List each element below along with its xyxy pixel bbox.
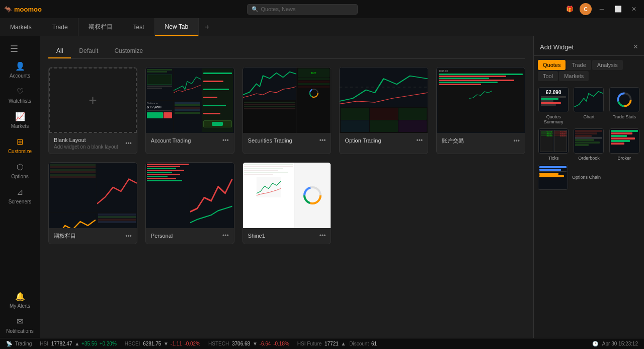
widget-tab-markets[interactable]: Markets [559, 71, 589, 81]
widget-item-trade-stats[interactable]: Trade Stats [609, 87, 640, 124]
tab-test[interactable]: Test [123, 18, 155, 36]
layout-card-account-trading[interactable]: Balance $12,450 [145, 67, 234, 154]
widget-item-quotes-summary[interactable]: 62.090 Quotes Summary [538, 87, 569, 124]
plus-icon: + [89, 92, 97, 108]
minimize-icon[interactable]: ─ [596, 3, 608, 15]
widget-item-broker[interactable]: Broker [609, 128, 640, 161]
widget-panel: Add Widget × Quotes Trade Analysis Tool … [533, 36, 644, 338]
card-title-shine1: Shine1 [248, 233, 265, 239]
sidebar-item-accounts[interactable]: 👤 Accounts [0, 57, 40, 83]
card-title-securities-trading: Securities Trading [248, 137, 292, 144]
watchlist-preview [49, 163, 137, 228]
layout-card-blank[interactable]: + Blank Layout Add widget on a blank lay… [48, 67, 137, 154]
widget-label-orderbook: Orderbook [578, 156, 600, 161]
trading-icon: 📡 [6, 341, 12, 346]
card-more-personal[interactable]: ••• [222, 232, 229, 239]
widget-tab-analysis[interactable]: Analysis [592, 60, 623, 70]
tab-new-tab[interactable]: New Tab [155, 18, 199, 36]
top-bar-left: 🦘 moomoo [4, 6, 42, 13]
blank-preview-inner: + [49, 67, 137, 133]
sidebar-menu-toggle[interactable]: ☰ [0, 40, 40, 57]
widget-tab-quotes[interactable]: Quotes [538, 60, 566, 70]
sub-tab-all[interactable]: All [48, 44, 71, 58]
layout-grid: + Blank Layout Add widget on a blank lay… [48, 67, 525, 244]
hsi-future-arrow-icon: ▲ [341, 341, 346, 346]
card-title-option-trading: Option Trading [345, 137, 381, 144]
widget-preview-quotes-summary: 62.090 [538, 87, 569, 112]
notifications-icon: ✉ [17, 317, 23, 326]
layout-card-shine1[interactable]: Shine1 ••• [243, 162, 332, 244]
svg-rect-7 [97, 163, 137, 212]
widget-label-trade-stats: Trade Stats [613, 114, 636, 119]
widget-tab-tool[interactable]: Tool [538, 71, 558, 81]
sidebar-label-notifications: Notifications [6, 328, 33, 334]
tab-watchlist[interactable]: 期权栏目 [78, 18, 123, 36]
card-more-securities-trading[interactable]: ••• [319, 137, 326, 144]
search-bar[interactable]: 🔍 Quotes, News [247, 4, 358, 15]
option-trading-preview [340, 67, 428, 133]
sidebar-label-alerts: My Alerts [10, 303, 30, 309]
screeners-icon: ⊿ [17, 187, 23, 197]
sidebar-label-options: Options [11, 174, 28, 179]
logo-icon: 🦘 [4, 6, 12, 13]
sub-tab-default[interactable]: Default [71, 44, 106, 58]
restore-icon[interactable]: ⬜ [612, 3, 624, 15]
svg-rect-8 [50, 214, 96, 228]
widget-panel-close-button[interactable]: × [633, 42, 638, 51]
account-trading-mock: Balance $12,450 [146, 67, 234, 133]
card-more-watchlist[interactable]: ••• [125, 233, 132, 240]
card-more-account-trading[interactable]: ••• [222, 137, 229, 144]
close-icon[interactable]: ✕ [628, 3, 640, 15]
sidebar-item-markets[interactable]: 📈 Markets [0, 108, 40, 133]
layout-card-account-exchange[interactable]: 1018.00 [436, 67, 525, 154]
shine1-preview [243, 163, 331, 228]
widget-item-orderbook[interactable]: Orderbook [573, 128, 604, 161]
widget-preview-orderbook [574, 128, 604, 154]
hscei-group: HSCEI 6281.75 ▼ -1.11 -0.02% [125, 341, 200, 346]
customize-icon: ⊞ [17, 137, 23, 147]
sub-tabs: All Default Customize [48, 44, 525, 59]
card-more-account-exchange[interactable]: ••• [513, 137, 520, 145]
sidebar-item-alerts[interactable]: 🔔 My Alerts [0, 288, 40, 313]
sidebar-item-notifications[interactable]: ✉ Notifications [0, 313, 40, 338]
content-area: All Default Customize + Blank Layout [40, 36, 644, 338]
card-more-shine1[interactable]: ••• [319, 232, 326, 239]
tab-trade[interactable]: Trade [42, 18, 78, 36]
logo: 🦘 moomoo [4, 6, 42, 13]
widget-panel-header: Add Widget × [534, 36, 644, 56]
widget-grid: 62.090 Quotes Summary [534, 81, 644, 196]
hsi-group: HSI 17782.47 ▲ +35.56 +0.20% [40, 341, 117, 346]
sidebar-item-screeners[interactable]: ⊿ Screeners [0, 183, 40, 208]
gift-icon[interactable]: 🎁 [564, 3, 576, 15]
widget-preview-trade-stats [609, 87, 639, 112]
layout-card-watchlist[interactable]: 期权栏目 ••• [48, 162, 137, 244]
svg-rect-9 [190, 163, 234, 228]
card-more-option-trading[interactable]: ••• [417, 137, 423, 144]
layout-card-personal[interactable]: Personal ••• [145, 162, 234, 244]
layout-card-securities-trading[interactable]: BUY [243, 67, 332, 154]
widget-item-chart[interactable]: Chart [573, 87, 604, 124]
card-footer-shine1: Shine1 ••• [243, 228, 331, 243]
add-tab-button[interactable]: + [199, 18, 215, 36]
search-placeholder: Quotes, News [261, 6, 295, 12]
avatar[interactable]: C [580, 3, 592, 15]
card-more-blank[interactable]: ••• [125, 140, 132, 147]
layout-card-option-trading[interactable]: Option Trading ••• [339, 67, 428, 154]
sidebar-item-customize[interactable]: ⊞ Customize [0, 133, 40, 158]
widget-tab-trade[interactable]: Trade [567, 60, 591, 70]
sidebar-label-markets: Markets [11, 123, 29, 129]
sidebar-item-options[interactable]: ⬡ Options [0, 158, 40, 183]
top-bar-center: 🔍 Quotes, News [42, 4, 564, 15]
logo-text: moomoo [14, 6, 42, 13]
widget-panel-title: Add Widget [540, 43, 574, 51]
tab-markets[interactable]: Markets [0, 18, 42, 36]
widget-item-options-chain[interactable]: Options Chain [538, 165, 640, 190]
card-footer-option-trading: Option Trading ••• [340, 133, 428, 148]
card-title-personal: Personal [151, 233, 173, 239]
search-icon: 🔍 [252, 6, 259, 13]
sidebar-item-watchlists[interactable]: ♡ Watchlists [0, 83, 40, 108]
widget-item-ticks[interactable]: 104.78 104.17 104.15 104.78 104.17 104.1… [538, 128, 569, 161]
card-footer-personal: Personal ••• [146, 228, 234, 243]
sub-tab-customize[interactable]: Customize [106, 44, 151, 58]
card-title-blank: Blank Layout [54, 137, 118, 143]
